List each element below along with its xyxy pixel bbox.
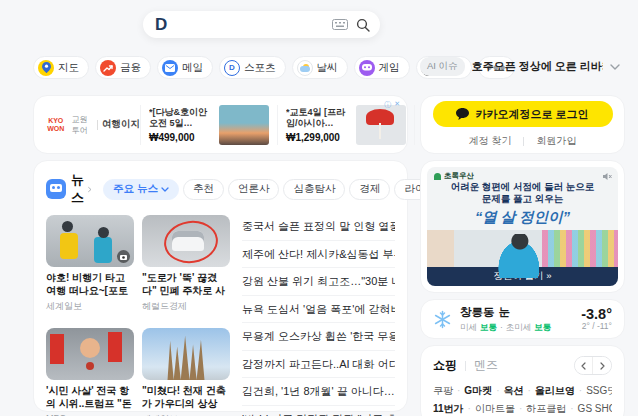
- headline-item[interactable]: 감정까지 파고든다..AI 대화 어디까지?: [242, 351, 395, 379]
- headline-item[interactable]: 중국서 슬픈 표정의 말 인형 열풍…"삶에 지친 내 …: [242, 213, 395, 241]
- ai-issue-headline[interactable]: 호주오픈 정상에 오른 리바키나: [472, 59, 603, 74]
- ad-close-icon[interactable]: ✕: [394, 100, 400, 110]
- shop-link[interactable]: 쿠팡: [433, 382, 453, 400]
- shop-link[interactable]: GS SHOP: [578, 400, 612, 416]
- news-section: 뉴스 주요 뉴스 추천 언론사 심층탐사 경제 라이브 야호! 비행기 타고 여…: [33, 160, 408, 412]
- news-source: 헤럴드경제: [142, 300, 230, 313]
- search-input[interactable]: [167, 11, 324, 38]
- ad-copy-line2: 문제를 풀고 외우는: [427, 193, 618, 205]
- headline-item[interactable]: 강원 산불 위기 최고조…"30분 내 총력 대응": [242, 268, 395, 296]
- ad-product-danang[interactable]: *[다낭&호이안 오전 5일… ₩499,000: [140, 105, 277, 145]
- news-photo-card[interactable]: "미쳤다! 천재 건축가 가우디의 상상력!"… 사그… 세계일보: [142, 328, 230, 416]
- login-card: 카카오계정으로 로그인 계정 찾기 회원가입: [420, 95, 625, 154]
- ad-product-price: ₩499,000: [149, 132, 213, 143]
- news-photo-title: "도로가 '뚝' 끊겼다" 민폐 주차로 사고 유발……: [142, 272, 230, 297]
- shop-link[interactable]: SSG닷컴: [586, 382, 612, 400]
- divider: [97, 120, 98, 130]
- weather-widget[interactable]: 창릉동 눈 미세보통 · 초미세보통 -3.8° 2° / -11°: [420, 299, 625, 339]
- tab-recommended[interactable]: 추천: [183, 179, 224, 200]
- news-section-title[interactable]: 뉴스: [71, 171, 92, 207]
- ad-product-title: *교토4일 [프라임/아시아…: [286, 107, 350, 130]
- headline-list: 중국서 슬픈 표정의 말 인형 열풍…"삶에 지친 내 … 제주에 산다! 제시…: [242, 213, 395, 416]
- mail-icon: [162, 60, 178, 76]
- kakao-bubble-icon: [456, 108, 469, 120]
- signup-link[interactable]: 회원가입: [536, 134, 576, 148]
- quick-link-label: 메일: [182, 61, 203, 75]
- sound-off-icon[interactable]: [603, 172, 612, 181]
- tab-mens[interactable]: 멘즈: [474, 357, 498, 374]
- ad-photo: [427, 230, 618, 267]
- sports-icon: D: [224, 60, 240, 76]
- news-photo-title: "미쳤다! 천재 건축가 가우디의 상상력!"… 사그…: [142, 385, 230, 410]
- news-photo: [46, 215, 134, 267]
- green-umbrella-icon: [434, 173, 441, 180]
- headline-item[interactable]: 제주에 산다! 제시카&심동섭 부부의 겨울 이야기…: [242, 241, 395, 269]
- map-icon: [38, 60, 54, 76]
- login-links: 계정 찾기 회원가입: [469, 134, 577, 148]
- find-account-link[interactable]: 계정 찾기: [469, 134, 512, 148]
- shop-link[interactable]: 하프클럽: [526, 400, 566, 416]
- temperature-range: 2° / -11°: [581, 322, 612, 332]
- news-photo: [142, 328, 230, 380]
- search-icon[interactable]: [356, 18, 370, 32]
- quick-link-finance[interactable]: 금융: [95, 56, 151, 79]
- quick-link-label: 금융: [120, 61, 141, 75]
- ad-headline: “열 살 정인이”: [427, 208, 618, 227]
- chevron-down-icon[interactable]: [610, 64, 620, 70]
- quick-link-label: 스포츠: [244, 61, 276, 75]
- camera-icon: [117, 250, 130, 263]
- news-photo-card[interactable]: "도로가 '뚝' 끊겼다" 민폐 주차로 사고 유발…… 헤럴드경제: [142, 215, 230, 319]
- ad-product-image: [356, 105, 406, 145]
- ad-info-icon[interactable]: ⓘ: [384, 100, 391, 110]
- shop-link[interactable]: 옥션: [503, 382, 523, 400]
- quick-link-mail[interactable]: 메일: [157, 56, 213, 79]
- news-photo-grid: 야호! 비행기 타고 여행 떠나요~[포토에세이] 세계일보 "도로가 '뚝' …: [46, 215, 230, 416]
- prev-shopping-button[interactable]: [575, 357, 593, 374]
- tab-investigation[interactable]: 심층탐사: [283, 179, 345, 200]
- quick-link-label: 게임: [379, 61, 400, 75]
- news-photo-card[interactable]: 야호! 비행기 타고 여행 떠나요~[포토에세이] 세계일보: [46, 215, 134, 319]
- ad-creative: 초록우산 어려운 형편에 서점에 들러 눈으로 문제를 풀고 외우는 “열 살 …: [427, 167, 618, 286]
- news-photo-title: '시민 사살' 전국 항의 시위..트럼프 "돈 받은 반…: [46, 385, 134, 410]
- ad-brand-name: 여행이지: [102, 118, 140, 131]
- ai-issue-badge: AI 이슈: [420, 57, 465, 76]
- divider: [523, 137, 524, 146]
- headline-item[interactable]: 뉴욕 도심서 '얼음 폭포'에 갇혀버린 자동차: [242, 296, 395, 324]
- tab-main-news[interactable]: 주요 뉴스: [103, 179, 179, 200]
- news-source: 세계일보: [46, 300, 134, 313]
- search-bar[interactable]: D: [143, 11, 380, 38]
- kakao-login-button[interactable]: 카카오계정으로 로그인: [433, 101, 613, 127]
- news-photo-title: 야호! 비행기 타고 여행 떠나요~[포토에세이]: [46, 272, 134, 297]
- quick-link-map[interactable]: 지도: [33, 56, 89, 79]
- next-shopping-button[interactable]: [593, 357, 611, 374]
- news-photo-card[interactable]: '시민 사살' 전국 항의 시위..트럼프 "돈 받은 반… MBC: [46, 328, 134, 416]
- weather-location[interactable]: 창릉동: [460, 306, 495, 320]
- ad-copy-line1: 어려운 형편에 서점에 들러 눈으로: [427, 181, 618, 193]
- ad-product-kyoto[interactable]: *교토4일 [프라임/아시아… ₩1,299,000: [277, 105, 414, 145]
- game-icon: [359, 60, 375, 76]
- tab-shopping[interactable]: 쇼핑: [433, 357, 457, 374]
- keyboard-icon[interactable]: [332, 19, 348, 30]
- advertiser-logo: KYO WON 교원투어 여행이지: [44, 114, 140, 136]
- headline-item[interactable]: '빈손' 귀국 김정관 장관 "미국 측에 충분히 설명…: [242, 406, 395, 416]
- shop-link[interactable]: 11번가: [433, 400, 464, 416]
- tab-press[interactable]: 언론사: [228, 179, 280, 200]
- news-photo: [46, 328, 134, 380]
- ai-issue-ticker[interactable]: AI 이슈 호주오픈 정상에 오른 리바키나: [420, 57, 620, 76]
- shop-link[interactable]: G마켓: [464, 382, 492, 400]
- quick-link-game[interactable]: 게임: [354, 56, 410, 79]
- shop-link[interactable]: 이마트몰: [475, 400, 515, 416]
- side-ad[interactable]: 초록우산 어려운 형편에 서점에 들러 눈으로 문제를 풀고 외우는 “열 살 …: [420, 160, 625, 293]
- weather-icon: [297, 60, 313, 76]
- headline-item[interactable]: 김건희, '1년 8개월' 끝 아니다…남은 재판과 변수…: [242, 378, 395, 406]
- headline-item[interactable]: 무용계 오스카상 휩쓴 '한국 무용', 숨은 주역 '정…: [242, 323, 395, 351]
- quick-link-label: 지도: [58, 61, 79, 75]
- news-photo: [142, 215, 230, 267]
- current-temperature: -3.8°: [581, 306, 612, 323]
- ad-banner[interactable]: KYO WON 교원투어 여행이지 *[다낭&호이안 오전 5일… ₩499,0…: [33, 95, 408, 154]
- quick-link-weather[interactable]: 날씨: [292, 56, 348, 79]
- shop-link[interactable]: 올리브영: [535, 382, 575, 400]
- tab-economy[interactable]: 경제: [349, 179, 390, 200]
- finance-icon: [100, 60, 116, 76]
- quick-link-sports[interactable]: D 스포츠: [219, 56, 286, 79]
